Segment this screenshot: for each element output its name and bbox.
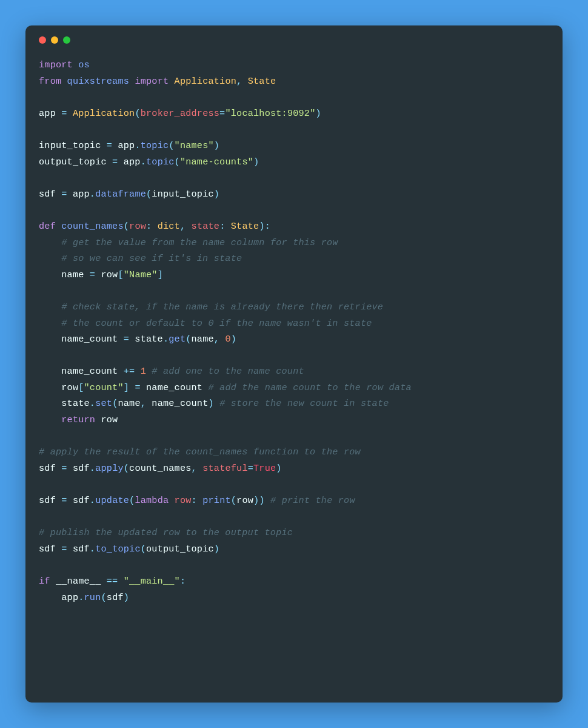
keyword-return: return [61, 414, 95, 425]
var-output-topic: output_topic [146, 544, 214, 554]
keyword-if: if [39, 576, 50, 587]
var-row: row [95, 414, 118, 425]
paren: ) [253, 495, 259, 506]
dot: . [141, 157, 146, 167]
comment: # the count or default to 0 if the name … [61, 318, 372, 329]
var-sdf: sdf [107, 592, 124, 603]
paren: ( [231, 495, 236, 506]
type-state: State [231, 221, 259, 232]
var-name: name [118, 398, 140, 409]
op-eq: = [84, 269, 101, 280]
var-row: row [236, 495, 253, 506]
op-eq-eq: == [101, 576, 123, 587]
module-quixstreams: quixstreams [67, 76, 129, 87]
comment: # publish the updated row to the output … [39, 527, 293, 538]
var-name: name [192, 334, 214, 345]
comma: , [236, 76, 248, 87]
comment: # check state, if the name is already th… [61, 302, 383, 312]
var-name: name [61, 269, 84, 280]
fn-set: set [95, 398, 112, 409]
dot: . [90, 463, 95, 474]
keyword-lambda: lambda [135, 495, 169, 506]
comment: # print the row [265, 495, 355, 506]
fn-topic: topic [141, 140, 169, 151]
string-name-counts: "name-counts" [180, 157, 253, 167]
var-sdf: sdf [39, 463, 56, 474]
var-sdf: sdf [73, 544, 90, 554]
paren: ( [129, 495, 135, 506]
op-assign: = [248, 463, 253, 474]
var-app: app [124, 157, 141, 167]
bool-true: True [253, 463, 276, 474]
paren: ( [124, 463, 129, 474]
maximize-icon[interactable] [63, 36, 70, 44]
comment: # store the new count in state [214, 398, 389, 409]
close-icon[interactable] [39, 36, 46, 44]
num-one: 1 [141, 366, 146, 377]
comment: # so we can see if it's in state [61, 253, 242, 264]
paren: ) [124, 592, 129, 603]
var-name-count: name_count [61, 334, 118, 345]
var-output-topic: output_topic [39, 157, 107, 167]
param-broker: broker_address [141, 108, 219, 119]
keyword-def: def [39, 221, 56, 232]
paren: ( [101, 592, 107, 603]
paren: ( [185, 334, 191, 345]
op-plus-eq: += [118, 366, 140, 377]
paren: ( [169, 140, 174, 151]
fn-to-topic: to_topic [95, 544, 141, 554]
paren: ) [231, 334, 236, 345]
op-eq: = [56, 189, 73, 200]
var-sdf: sdf [39, 544, 56, 554]
num-zero: 0 [225, 334, 230, 345]
keyword-import: import [135, 76, 169, 87]
fn-dataframe: dataframe [95, 189, 146, 200]
dot: . [135, 140, 140, 151]
comma: , [214, 334, 226, 345]
code-window: import os from quixstreams import Applic… [25, 25, 563, 703]
var-state: state [135, 334, 163, 345]
class-application: Application [175, 76, 236, 87]
paren: ( [141, 544, 146, 554]
keyword-from: from [39, 76, 61, 87]
fn-print: print [202, 495, 231, 506]
paren: ) [315, 108, 321, 119]
comment: # get the value from the name column for… [61, 237, 338, 248]
paren: ) [209, 398, 214, 409]
var-app: app [39, 108, 56, 119]
paren: ) [276, 463, 281, 474]
var-row: row [61, 382, 78, 393]
colon: : [265, 221, 270, 232]
op-eq: = [107, 157, 124, 167]
fn-run: run [84, 592, 101, 603]
var-sdf: sdf [73, 463, 90, 474]
op-eq: = [56, 108, 73, 119]
var-sdf: sdf [39, 495, 56, 506]
bracket: [ [118, 269, 123, 280]
var-name-count: name_count [61, 366, 118, 377]
var-app: app [73, 189, 90, 200]
window-titlebar [39, 36, 549, 44]
paren: ) [214, 544, 219, 554]
var-input-topic: input_topic [39, 140, 101, 151]
op-eq: = [56, 495, 73, 506]
var-name-dunder: __name__ [50, 576, 101, 587]
paren: ) [214, 189, 219, 200]
var-sdf: sdf [73, 495, 90, 506]
minimize-icon[interactable] [51, 36, 58, 44]
op-eq: = [101, 140, 118, 151]
dot: . [90, 398, 95, 409]
bracket: [ [78, 382, 84, 393]
paren: ) [259, 495, 264, 506]
colon: : [146, 221, 158, 232]
dot: . [163, 334, 169, 345]
var-state: state [61, 398, 90, 409]
comma: , [141, 398, 152, 409]
var-name-count: name_count [152, 398, 208, 409]
op-eq: = [56, 463, 73, 474]
string-localhost: "localhost:9092" [225, 108, 315, 119]
comma: , [180, 221, 192, 232]
colon: : [219, 221, 231, 232]
var-sdf: sdf [39, 189, 56, 200]
comment: # apply the result of the count_names fu… [39, 447, 361, 457]
